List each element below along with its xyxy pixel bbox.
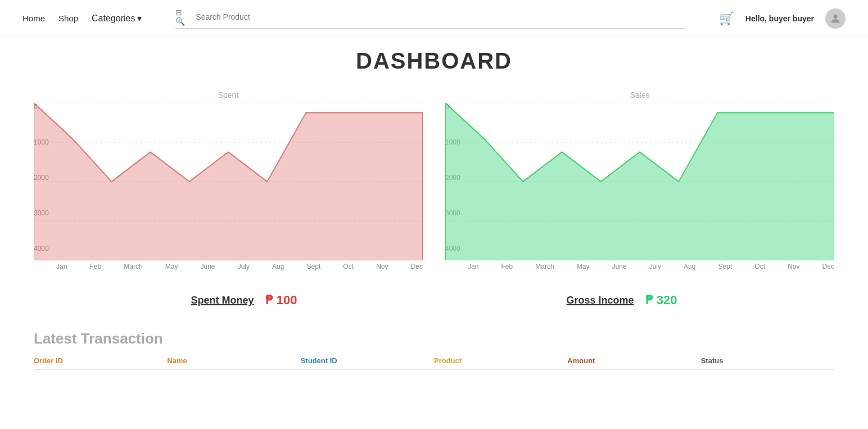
nav-links: Home Shop Categories ▾ xyxy=(22,13,142,24)
nav-home[interactable]: Home xyxy=(22,13,45,23)
main-content: DASHBOARD Spent 4000 3000 2000 1000 0 xyxy=(0,37,868,392)
categories-label: Categories xyxy=(92,13,135,24)
section-title: Latest Transaction xyxy=(34,330,834,347)
col-student-id: Student ID xyxy=(301,356,434,365)
nav-right: 🛒 Hello, buyer buyer xyxy=(719,8,846,29)
navbar: Home Shop Categories ▾ ⊟🔍 🛒 Hello, buyer… xyxy=(0,0,868,37)
search-icon: ⊟🔍 xyxy=(175,8,191,26)
spent-chart-label: Spent xyxy=(34,91,423,100)
col-status: Status xyxy=(701,356,834,365)
spent-money-stat: Spent Money ₱ 100 xyxy=(191,293,297,308)
sales-chart-container: Sales 4000 3000 2000 1000 0 xyxy=(445,91,834,270)
spent-money-label: Spent Money xyxy=(191,295,254,306)
col-product: Product xyxy=(434,356,567,365)
spent-money-value: ₱ 100 xyxy=(265,293,297,308)
charts-row: Spent 4000 3000 2000 1000 0 xyxy=(34,91,834,270)
avatar[interactable] xyxy=(825,8,846,29)
stats-row: Spent Money ₱ 100 Gross Income ₱ 320 xyxy=(34,293,834,308)
nav-categories[interactable]: Categories ▾ xyxy=(92,13,142,24)
nav-shop[interactable]: Shop xyxy=(58,13,78,23)
sales-chart-label: Sales xyxy=(445,91,834,100)
gross-income-value: ₱ 320 xyxy=(645,293,677,308)
spent-chart-container: Spent 4000 3000 2000 1000 0 xyxy=(34,91,423,270)
spent-chart-svg-wrapper xyxy=(34,103,423,260)
latest-transaction-section: Latest Transaction Order ID Name Student… xyxy=(34,330,834,370)
svg-marker-6 xyxy=(34,103,423,260)
cart-icon[interactable]: 🛒 xyxy=(719,11,734,26)
svg-point-0 xyxy=(833,14,837,18)
spent-x-axis: Jan Feb March May June July Aug Sept Oct… xyxy=(34,263,423,270)
table-header: Order ID Name Student ID Product Amount … xyxy=(34,356,834,370)
search-bar: ⊟🔍 xyxy=(175,8,685,29)
gross-income-stat: Gross Income ₱ 320 xyxy=(567,293,677,308)
gross-income-label: Gross Income xyxy=(567,295,634,306)
greeting-text: Hello, buyer buyer xyxy=(745,14,814,23)
col-order-id: Order ID xyxy=(34,356,167,365)
chevron-down-icon: ▾ xyxy=(137,13,142,24)
search-input[interactable] xyxy=(196,12,685,21)
col-name: Name xyxy=(167,356,300,365)
sales-chart-svg-wrapper xyxy=(445,103,834,260)
svg-marker-12 xyxy=(445,103,834,260)
page-title: DASHBOARD xyxy=(34,48,834,74)
col-amount: Amount xyxy=(567,356,700,365)
sales-x-axis: Jan Feb March May June July Aug Sept Oct… xyxy=(445,263,834,270)
